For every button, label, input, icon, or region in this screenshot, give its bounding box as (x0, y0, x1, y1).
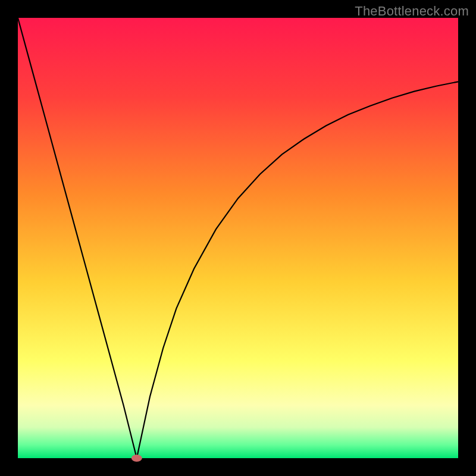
chart-frame: TheBottleneck.com (0, 0, 476, 476)
curve-svg (18, 18, 458, 458)
minimum-marker-icon (131, 455, 142, 462)
watermark-text: TheBottleneck.com (355, 4, 469, 19)
plot-area (18, 18, 458, 458)
bottleneck-curve (18, 18, 458, 458)
